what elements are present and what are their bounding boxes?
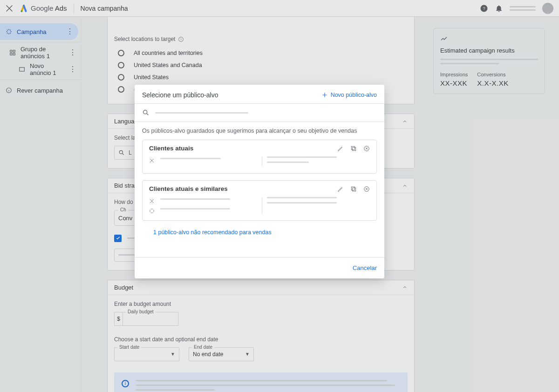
segment-icon <box>149 158 155 163</box>
remove-icon[interactable] <box>363 145 370 152</box>
new-audience-label: Novo público-alvo <box>331 92 377 98</box>
skeleton-text <box>155 112 248 114</box>
cancel-button[interactable]: Cancelar <box>353 264 377 271</box>
plus-icon <box>321 92 328 98</box>
svg-rect-17 <box>353 147 356 150</box>
remove-icon[interactable] <box>363 186 370 192</box>
audience-search-input[interactable] <box>135 103 384 122</box>
svg-line-16 <box>147 114 148 115</box>
copy-icon[interactable] <box>350 145 357 152</box>
expand-icon <box>149 208 155 214</box>
search-icon <box>142 109 150 116</box>
new-audience-button[interactable]: Novo público-alvo <box>321 92 377 98</box>
audience-card-current[interactable]: Clientes atuais <box>142 140 377 174</box>
svg-rect-21 <box>351 187 354 190</box>
not-recommended-link[interactable]: 1 público-alvo não recomendado para vend… <box>142 227 377 240</box>
skeleton-text <box>267 202 337 203</box>
svg-rect-20 <box>353 188 356 191</box>
svg-rect-18 <box>351 146 354 149</box>
segment-icon <box>149 198 155 204</box>
skeleton-text <box>267 156 337 158</box>
svg-point-15 <box>143 110 147 114</box>
modal-title: Selecione um público-alvo <box>142 91 218 99</box>
audience-name-2: Clientes atuais e similares <box>149 185 228 192</box>
skeleton-text <box>160 158 221 159</box>
skeleton-text <box>267 162 309 163</box>
copy-icon[interactable] <box>350 186 357 192</box>
edit-icon[interactable] <box>337 186 344 192</box>
skeleton-text <box>160 198 230 200</box>
modal-subtitle: Os públicos-alvo guardados que sugerimos… <box>142 128 377 134</box>
skeleton-text <box>160 208 230 210</box>
edit-icon[interactable] <box>337 145 344 152</box>
audience-modal: Selecione um público-alvo Novo público-a… <box>135 85 384 278</box>
audience-card-similar[interactable]: Clientes atuais e similares <box>142 180 377 221</box>
skeleton-text <box>267 197 337 198</box>
audience-name-1: Clientes atuais <box>149 145 193 152</box>
